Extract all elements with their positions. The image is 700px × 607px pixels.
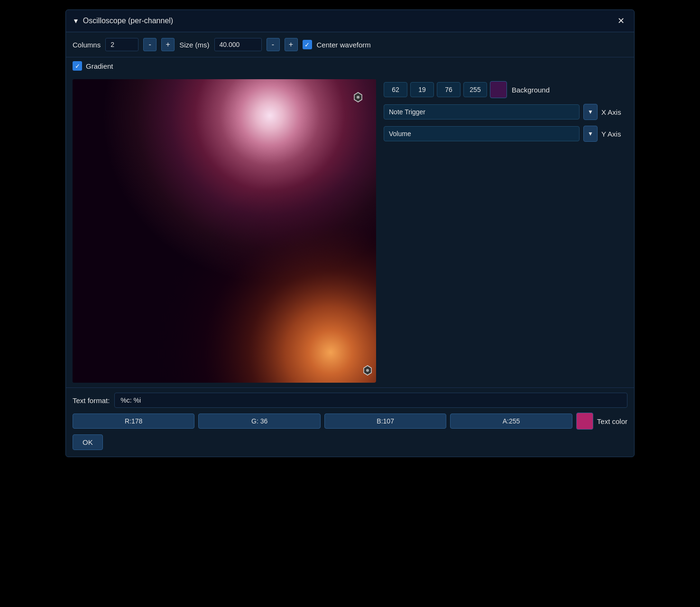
close-button[interactable]: ✕ xyxy=(615,15,627,27)
bg-r-button[interactable]: 62 xyxy=(384,82,407,97)
background-label: Background xyxy=(512,86,550,94)
y-axis-select[interactable]: Note Trigger Volume None xyxy=(384,126,580,141)
gradient-label: Gradient xyxy=(86,62,113,70)
gradient-handle-bottom[interactable] xyxy=(362,365,373,376)
columns-input[interactable] xyxy=(105,38,138,51)
text-g-button[interactable]: G: 36 xyxy=(198,414,320,429)
svg-point-6 xyxy=(366,369,369,372)
y-axis-dropdown-arrow[interactable]: ▼ xyxy=(583,126,598,142)
center-waveform-checkbox[interactable]: ✓ xyxy=(303,40,312,49)
bg-b-button[interactable]: 76 xyxy=(437,82,461,97)
size-minus-button[interactable]: - xyxy=(267,38,280,51)
text-color-label: Text color xyxy=(597,417,627,425)
gradient-handle-top[interactable] xyxy=(352,92,364,103)
x-axis-row: Note Trigger Volume None ▼ X Axis xyxy=(384,104,627,120)
x-axis-dropdown-arrow[interactable]: ▼ xyxy=(583,104,598,120)
y-axis-row: Note Trigger Volume None ▼ Y Axis xyxy=(384,126,627,142)
text-b-button[interactable]: B:107 xyxy=(324,414,446,429)
gradient-row: ✓ Gradient xyxy=(66,57,634,74)
text-format-row: Text format: xyxy=(73,393,627,408)
main-content: 62 19 76 255 Background Note Trigger Vol… xyxy=(66,74,634,387)
gradient-checkbox[interactable]: ✓ xyxy=(73,61,82,71)
bottom-section: Text format: R:178 G: 36 B:107 A:255 Tex… xyxy=(66,387,634,457)
text-color-swatch[interactable] xyxy=(576,413,593,430)
columns-minus-button[interactable]: - xyxy=(143,38,157,51)
x-axis-select[interactable]: Note Trigger Volume None xyxy=(384,104,580,120)
svg-rect-2 xyxy=(73,79,376,383)
toolbar: Columns - + Size (ms) - + ✓ Center wavef… xyxy=(66,32,634,57)
text-format-input[interactable] xyxy=(114,393,627,408)
size-plus-button[interactable]: + xyxy=(285,38,298,51)
columns-plus-button[interactable]: + xyxy=(161,38,175,51)
text-color-row: R:178 G: 36 B:107 A:255 Text color xyxy=(73,413,627,430)
x-axis-label: X Axis xyxy=(601,108,627,116)
center-waveform-label: Center waveform xyxy=(317,41,371,49)
oscilloscope-window: ▼ Oscilloscope (per-channel) ✕ Columns -… xyxy=(65,9,635,457)
y-axis-label: Y Axis xyxy=(601,130,627,138)
background-color-row: 62 19 76 255 Background xyxy=(384,81,627,98)
bg-a-button[interactable]: 255 xyxy=(463,82,487,97)
size-input[interactable] xyxy=(214,38,262,51)
ok-button[interactable]: OK xyxy=(73,434,103,450)
title-bar: ▼ Oscilloscope (per-channel) ✕ xyxy=(66,10,634,32)
size-label: Size (ms) xyxy=(179,41,209,49)
text-r-button[interactable]: R:178 xyxy=(73,414,194,429)
bg-g-button[interactable]: 19 xyxy=(410,82,434,97)
svg-point-4 xyxy=(357,96,359,99)
gradient-canvas[interactable] xyxy=(73,79,376,383)
background-color-swatch[interactable] xyxy=(490,81,507,98)
right-panel: 62 19 76 255 Background Note Trigger Vol… xyxy=(384,79,627,383)
text-format-label: Text format: xyxy=(73,396,110,405)
collapse-arrow-icon[interactable]: ▼ xyxy=(73,17,79,25)
columns-label: Columns xyxy=(73,41,101,49)
window-title: Oscilloscope (per-channel) xyxy=(83,17,173,25)
text-a-button[interactable]: A:255 xyxy=(450,414,572,429)
